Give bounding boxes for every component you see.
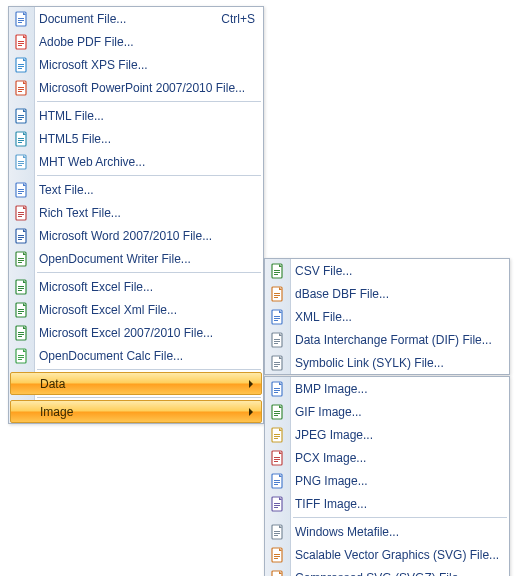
- menu-item-text-file[interactable]: Text File...: [9, 178, 263, 201]
- pcx-file-icon: [270, 450, 286, 466]
- svg-rect-43: [18, 262, 22, 263]
- menu-item-opendocument-writer-file[interactable]: OpenDocument Writer File...: [9, 247, 263, 270]
- menu-item-html-file[interactable]: HTML File...: [9, 104, 263, 127]
- menu-item-compressed-svg-svgz-file[interactable]: Compressed SVG (SVGZ) File...: [265, 566, 509, 576]
- svg-rect-65: [274, 293, 280, 294]
- menu-item-label: PCX Image...: [295, 451, 501, 465]
- sylk-file-icon: [270, 355, 286, 371]
- svg-rect-23: [18, 142, 22, 143]
- menu-item-data-interchange-format-dif-file[interactable]: Data Interchange Format (DIF) File...: [265, 328, 509, 351]
- menu-item-data[interactable]: Data: [10, 372, 262, 395]
- menu-item-microsoft-word-2007-2010-file[interactable]: Microsoft Word 2007/2010 File...: [9, 224, 263, 247]
- menu-item-image[interactable]: Image: [10, 400, 262, 423]
- export-main-menu: Document File...Ctrl+SAdobe PDF File...M…: [8, 6, 264, 424]
- submenu-arrow-icon: [249, 380, 253, 388]
- menu-item-shortcut: Ctrl+S: [221, 12, 255, 26]
- svg-rect-85: [274, 411, 280, 412]
- txt-file-icon: [14, 182, 30, 198]
- svg-rect-22: [18, 140, 24, 141]
- menu-item-html5-file[interactable]: HTML5 File...: [9, 127, 263, 150]
- svg-rect-99: [274, 484, 278, 485]
- svg-rect-57: [18, 355, 24, 356]
- data-submenu: CSV File...dBase DBF File...XML File...D…: [264, 258, 510, 375]
- menu-item-xml-file[interactable]: XML File...: [265, 305, 509, 328]
- gif-file-icon: [270, 404, 286, 420]
- svg-rect-46: [18, 288, 24, 289]
- menu-item-label: HTML File...: [39, 109, 255, 123]
- svg-rect-27: [18, 165, 22, 166]
- svg-rect-101: [274, 503, 280, 504]
- menu-item-microsoft-excel-file[interactable]: Microsoft Excel File...: [9, 275, 263, 298]
- menu-item-windows-metafile[interactable]: Windows Metafile...: [265, 520, 509, 543]
- menu-separator: [37, 272, 261, 273]
- menu-item-csv-file[interactable]: CSV File...: [265, 259, 509, 282]
- menu-item-pcx-image[interactable]: PCX Image...: [265, 446, 509, 469]
- tiff-file-icon: [270, 496, 286, 512]
- svg-rect-50: [18, 311, 24, 312]
- jpeg-file-icon: [270, 427, 286, 443]
- menu-item-dbase-dbf-file[interactable]: dBase DBF File...: [265, 282, 509, 305]
- menu-item-tiff-image[interactable]: TIFF Image...: [265, 492, 509, 515]
- svg-rect-51: [18, 313, 22, 314]
- menu-item-rich-text-file[interactable]: Rich Text File...: [9, 201, 263, 224]
- svg-file-icon: [270, 547, 286, 563]
- svg-rect-111: [274, 558, 278, 559]
- svg-rect-71: [274, 320, 278, 321]
- menu-item-png-image[interactable]: PNG Image...: [265, 469, 509, 492]
- menu-item-label: Symbolic Link (SYLK) File...: [295, 356, 501, 370]
- menu-item-label: Microsoft PowerPoint 2007/2010 File...: [39, 81, 255, 95]
- svg-rect-107: [274, 535, 278, 536]
- svg-rect-90: [274, 436, 280, 437]
- svg-rect-105: [274, 531, 280, 532]
- svg-rect-67: [274, 297, 278, 298]
- menu-item-label: Image: [40, 405, 249, 419]
- pdf-file-icon: [14, 34, 30, 50]
- svg-rect-95: [274, 461, 278, 462]
- menu-item-label: Windows Metafile...: [295, 525, 501, 539]
- menu-item-opendocument-calc-file[interactable]: OpenDocument Calc File...: [9, 344, 263, 367]
- svg-rect-82: [274, 390, 280, 391]
- menu-item-mht-web-archive[interactable]: MHT Web Archive...: [9, 150, 263, 173]
- svg-rect-38: [18, 237, 24, 238]
- menu-item-microsoft-powerpoint-2007-2010-file[interactable]: Microsoft PowerPoint 2007/2010 File...: [9, 76, 263, 99]
- svg-rect-87: [274, 415, 278, 416]
- menu-item-gif-image[interactable]: GIF Image...: [265, 400, 509, 423]
- menu-item-label: Microsoft Excel 2007/2010 File...: [39, 326, 255, 340]
- svg-rect-37: [18, 235, 24, 236]
- menu-separator: [37, 101, 261, 102]
- menu-item-label: dBase DBF File...: [295, 287, 501, 301]
- menu-item-jpeg-image[interactable]: JPEG Image...: [265, 423, 509, 446]
- svg-rect-30: [18, 191, 24, 192]
- menu-separator: [37, 369, 261, 370]
- svg-rect-110: [274, 556, 280, 557]
- svg-rect-79: [274, 366, 278, 367]
- menu-item-bmp-image[interactable]: BMP Image...: [265, 377, 509, 400]
- menu-item-label: PNG Image...: [295, 474, 501, 488]
- svg-rect-97: [274, 480, 280, 481]
- svg-rect-49: [18, 309, 24, 310]
- menu-item-microsoft-xps-file[interactable]: Microsoft XPS File...: [9, 53, 263, 76]
- svg-rect-106: [274, 533, 280, 534]
- menu-item-microsoft-excel-xml-file[interactable]: Microsoft Excel Xml File...: [9, 298, 263, 321]
- svg-rect-93: [274, 457, 280, 458]
- menu-item-label: Compressed SVG (SVGZ) File...: [295, 571, 501, 577]
- menu-item-adobe-pdf-file[interactable]: Adobe PDF File...: [9, 30, 263, 53]
- xlsx2-file-icon: [14, 325, 30, 341]
- menu-item-microsoft-excel-2007-2010-file[interactable]: Microsoft Excel 2007/2010 File...: [9, 321, 263, 344]
- menu-separator: [37, 397, 261, 398]
- svg-rect-19: [18, 119, 22, 120]
- svg-rect-81: [274, 388, 280, 389]
- svg-rect-13: [18, 87, 24, 88]
- menu-item-scalable-vector-graphics-svg-file[interactable]: Scalable Vector Graphics (SVG) File...: [265, 543, 509, 566]
- svg-rect-15: [18, 91, 22, 92]
- menu-item-symbolic-link-sylk-file[interactable]: Symbolic Link (SYLK) File...: [265, 351, 509, 374]
- svgz-file-icon: [270, 570, 286, 577]
- menu-item-label: OpenDocument Writer File...: [39, 252, 255, 266]
- svg-rect-70: [274, 318, 280, 319]
- svg-rect-25: [18, 161, 24, 162]
- menu-item-document-file[interactable]: Document File...Ctrl+S: [9, 7, 263, 30]
- svg-rect-11: [18, 68, 22, 69]
- svg-rect-47: [18, 290, 22, 291]
- xls-file-icon: [14, 279, 30, 295]
- odt-file-icon: [14, 251, 30, 267]
